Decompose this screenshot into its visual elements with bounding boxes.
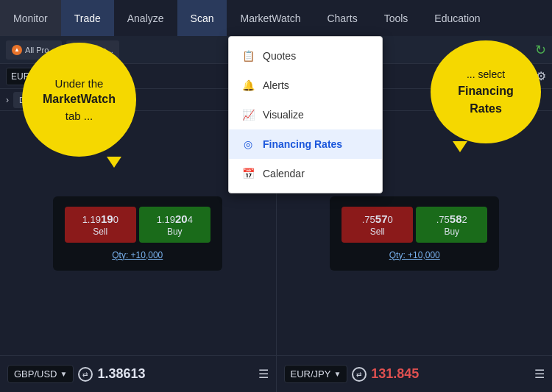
- eurjpy-transfer-icon[interactable]: ⇄: [352, 367, 367, 382]
- nav-trade[interactable]: Trade: [61, 0, 114, 36]
- left-sell-bold: 19: [101, 213, 113, 225]
- gbpusd-dropdown-arrow: ▼: [60, 370, 68, 378]
- right-sell-bold: 57: [375, 213, 388, 225]
- eurjpy-dropdown-arrow: ▼: [333, 370, 341, 378]
- quotes-icon: 📋: [241, 49, 255, 63]
- bottom-right-list-icon[interactable]: ☰: [534, 367, 545, 381]
- left-trade-buttons: 1.19190 Sell 1.19204 Buy: [65, 207, 210, 243]
- left-buy-normal: 1.19: [157, 214, 175, 225]
- right-trade-card: .75570 Sell .75582 Buy Qty: +10,000: [330, 196, 499, 271]
- visualize-icon: 📈: [241, 107, 255, 122]
- gbpusd-pair-text: GBP/USD: [14, 368, 57, 379]
- left-buy-bold: 20: [175, 213, 188, 225]
- calendar-icon: 📅: [241, 166, 255, 181]
- alerts-label: Alerts: [263, 79, 289, 91]
- left-buy-button[interactable]: 1.19204 Buy: [139, 207, 210, 243]
- nav-tools[interactable]: Tools: [371, 0, 422, 36]
- right-sell-button[interactable]: .75570 Sell: [342, 207, 413, 243]
- right-buy-button[interactable]: .75582 Buy: [416, 207, 487, 243]
- right-buy-suffix: 2: [462, 214, 467, 225]
- bottom-left-list-icon[interactable]: ☰: [258, 367, 269, 381]
- quotes-label: Quotes: [263, 50, 296, 62]
- left-sell-button[interactable]: 1.19190 Sell: [65, 207, 136, 243]
- nav-monitor[interactable]: Monitor: [0, 0, 61, 36]
- nav-analyze[interactable]: Analyze: [114, 0, 177, 36]
- right-sell-normal: .75: [362, 214, 375, 225]
- right-buy-price: .75582: [420, 213, 483, 225]
- bubble-left: Under theMarketWatchtab ...: [22, 43, 136, 157]
- bottom-bar: GBP/USD ▼ ⇄ 1.38613 ☰ EUR/JPY ▼ ⇄ 131.84…: [0, 355, 552, 392]
- eurjpy-price: 131.845: [371, 366, 419, 382]
- bottom-left-panel: GBP/USD ▼ ⇄ 1.38613 ☰: [0, 356, 276, 392]
- eurjpy-pair-select[interactable]: EUR/JPY ▼: [284, 365, 348, 383]
- gbpusd-price: 1.38613: [97, 366, 145, 382]
- products-icon: ▲: [12, 45, 22, 55]
- left-buy-label: Buy: [144, 227, 206, 237]
- right-sell-suffix: 0: [388, 214, 393, 225]
- left-buy-suffix: 4: [188, 214, 193, 225]
- nav-scan[interactable]: Scan: [177, 0, 227, 36]
- left-sell-label: Sell: [69, 227, 132, 237]
- nav-marketwatch[interactable]: MarketWatch: [227, 0, 314, 36]
- left-qty[interactable]: Qty: +10,000: [65, 250, 210, 260]
- visualize-label: Visualize: [263, 109, 304, 121]
- bubble-right-text: ... selectFinancing Rates: [444, 67, 528, 118]
- bubble-left-bold: MarketWatch: [43, 93, 116, 105]
- nav-charts[interactable]: Charts: [314, 0, 370, 36]
- dropdown-alerts[interactable]: 🔔 Alerts: [229, 71, 382, 100]
- right-sell-label: Sell: [346, 227, 408, 237]
- dropdown-calendar[interactable]: 📅 Calendar: [229, 159, 382, 188]
- right-trade-buttons: .75570 Sell .75582 Buy: [342, 207, 487, 243]
- dropdown-visualize[interactable]: 📈 Visualize: [229, 100, 382, 129]
- top-navigation: Monitor Trade Analyze Scan MarketWatch C…: [0, 0, 552, 36]
- right-qty[interactable]: Qty: +10,000: [342, 250, 487, 260]
- eurjpy-pair-text: EUR/JPY: [291, 368, 331, 379]
- alerts-icon: 🔔: [241, 78, 255, 93]
- gbpusd-transfer-icon[interactable]: ⇄: [78, 367, 93, 382]
- right-sell-price: .75570: [346, 213, 408, 225]
- left-sell-suffix: 0: [113, 214, 118, 225]
- calendar-label: Calendar: [263, 168, 305, 179]
- left-buy-price: 1.19204: [144, 213, 206, 225]
- nav-education[interactable]: Education: [421, 0, 493, 36]
- right-buy-normal: .75: [436, 214, 450, 225]
- right-buy-bold: 58: [450, 213, 462, 225]
- bubble-right-bold: Financing Rates: [458, 85, 514, 115]
- gbpusd-pair-select[interactable]: GBP/USD ▼: [7, 365, 74, 383]
- dropdown-financing[interactable]: ◎ Financing Rates: [229, 129, 382, 159]
- refresh-icon[interactable]: ↻: [535, 42, 546, 58]
- right-buy-label: Buy: [420, 227, 483, 237]
- left-sell-normal: 1.19: [82, 214, 101, 225]
- marketwatch-dropdown: 📋 Quotes 🔔 Alerts 📈 Visualize ◎ Financin…: [228, 36, 383, 193]
- chevron-right-icon[interactable]: ›: [6, 95, 9, 105]
- bubble-right: ... selectFinancing Rates: [431, 40, 541, 143]
- left-sell-price: 1.19190: [69, 213, 132, 225]
- bubble-left-text: Under theMarketWatchtab ...: [43, 76, 116, 123]
- financing-icon: ◎: [241, 137, 255, 152]
- dropdown-quotes[interactable]: 📋 Quotes: [229, 41, 382, 71]
- left-trade-card: 1.19190 Sell 1.19204 Buy Qty: +10,000: [53, 196, 222, 271]
- financing-label: Financing Rates: [263, 138, 342, 150]
- bottom-right-panel: EUR/JPY ▼ ⇄ 131.845 ☰: [277, 356, 553, 392]
